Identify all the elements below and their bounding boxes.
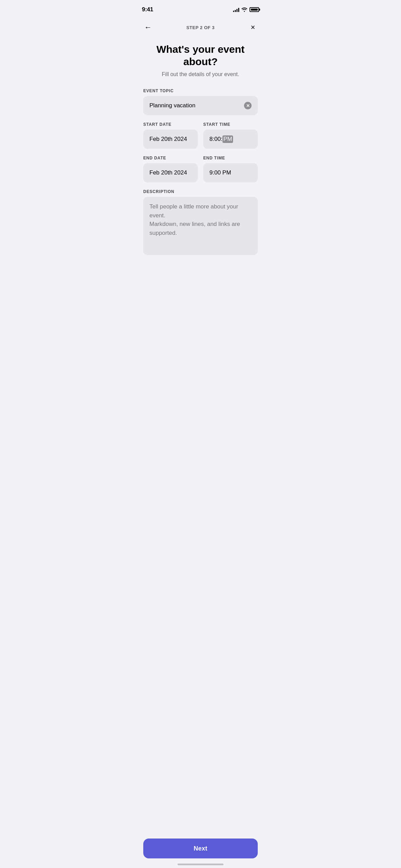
start-time-label: START TIME <box>203 122 258 127</box>
end-date-section: END DATE Feb 20th 2024 <box>143 156 198 182</box>
description-textarea[interactable] <box>149 202 252 247</box>
end-date-input[interactable]: Feb 20th 2024 <box>143 163 198 182</box>
start-time-section: START TIME 8:00 : PM <box>203 122 258 149</box>
end-row: END DATE Feb 20th 2024 END TIME 9:00 PM <box>143 156 258 182</box>
end-time-label: END TIME <box>203 156 258 160</box>
event-topic-section: EVENT TOPIC ✕ <box>143 88 258 115</box>
start-time-input[interactable]: 8:00 : PM <box>203 130 258 149</box>
page-content: What's your event about? Fill out the de… <box>134 38 267 303</box>
event-topic-input[interactable] <box>149 102 244 109</box>
start-row: START DATE Feb 20th 2024 START TIME 8:00… <box>143 122 258 149</box>
description-label: DESCRIPTION <box>143 189 258 194</box>
back-button[interactable]: ← <box>142 21 154 34</box>
end-time-input[interactable]: 9:00 PM <box>203 163 258 182</box>
event-topic-label: EVENT TOPIC <box>143 88 258 93</box>
clear-topic-button[interactable]: ✕ <box>244 102 252 109</box>
description-section: DESCRIPTION <box>143 189 258 255</box>
start-date-section: START DATE Feb 20th 2024 <box>143 122 198 149</box>
end-date-label: END DATE <box>143 156 198 160</box>
status-icons <box>233 7 259 12</box>
start-time-ampm: PM <box>222 135 233 143</box>
end-time-section: END TIME 9:00 PM <box>203 156 258 182</box>
nav-bar: ← STEP 2 OF 3 × <box>134 17 267 38</box>
page-title: What's your event about? <box>143 43 258 68</box>
description-input-wrapper[interactable] <box>143 197 258 255</box>
status-time: 9:41 <box>142 6 153 13</box>
wifi-icon <box>241 7 247 12</box>
battery-icon <box>250 7 259 12</box>
start-date-label: START DATE <box>143 122 198 127</box>
start-date-input[interactable]: Feb 20th 2024 <box>143 130 198 149</box>
page-subtitle: Fill out the details of your event. <box>143 71 258 77</box>
event-topic-input-wrapper[interactable]: ✕ <box>143 96 258 115</box>
status-bar: 9:41 <box>134 0 267 17</box>
signal-icon <box>233 7 239 12</box>
step-indicator: STEP 2 OF 3 <box>186 25 215 30</box>
close-button[interactable]: × <box>247 21 259 34</box>
start-time-value: 8:00 <box>209 136 221 143</box>
